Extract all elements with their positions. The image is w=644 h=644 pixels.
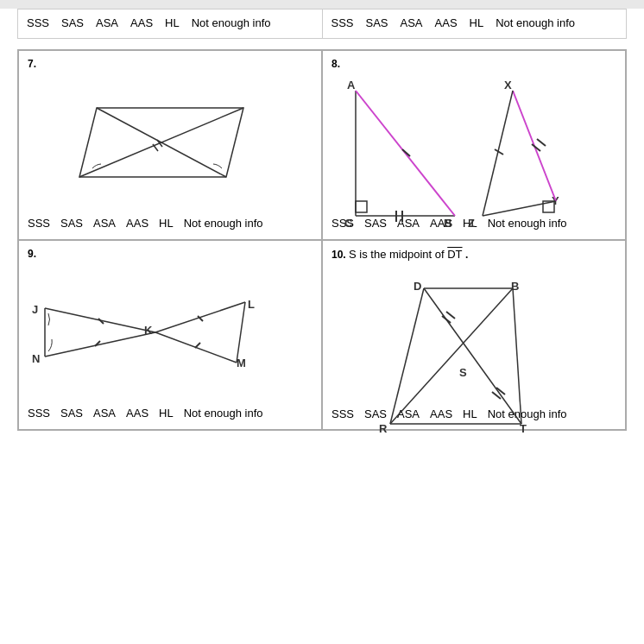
svg-line-23 (537, 139, 546, 146)
option-aas-tl[interactable]: AAS (130, 16, 153, 29)
svg-text:D: D (414, 280, 421, 293)
svg-line-33 (237, 302, 245, 363)
svg-line-20 (483, 91, 513, 216)
svg-line-10 (356, 91, 455, 216)
svg-line-39 (195, 343, 200, 348)
c7-sss[interactable]: SSS (28, 217, 50, 230)
svg-line-19 (483, 201, 556, 216)
cell-9-number: 9. (28, 248, 313, 260)
option-aas-tr[interactable]: AAS (435, 16, 458, 29)
c7-sas[interactable]: SAS (60, 217, 83, 230)
svg-text:B: B (511, 280, 519, 293)
svg-text:J: J (32, 303, 38, 316)
svg-line-34 (155, 302, 245, 332)
svg-line-52 (446, 312, 455, 319)
option-sss-tl[interactable]: SSS (27, 16, 49, 29)
svg-text:N: N (32, 352, 40, 365)
svg-line-49 (424, 288, 521, 424)
option-sas-tl[interactable]: SAS (61, 16, 84, 29)
cell-10-segment: DT (447, 248, 462, 261)
svg-line-51 (442, 316, 451, 323)
svg-line-2 (97, 108, 226, 177)
cell-7: 7. SSS SAS ASA (18, 50, 322, 240)
cell-10-description: S is the midpoint of (349, 248, 447, 261)
cell-9: 9. J N L M K (18, 240, 322, 430)
c9-aas[interactable]: AAS (126, 407, 148, 420)
option-hl-tr[interactable]: HL (470, 16, 484, 29)
option-nei-tr[interactable]: Not enough info (496, 16, 575, 29)
c9-sss[interactable]: SSS (28, 407, 50, 420)
option-asa-tr[interactable]: ASA (401, 16, 423, 29)
svg-text:M: M (237, 357, 246, 369)
c9-sas[interactable]: SAS (60, 407, 83, 420)
top-cell-right: SSS SAS ASA AAS HL Not enough info (323, 9, 627, 38)
cell-7-options: SSS SAS ASA AAS HL Not enough info (28, 217, 313, 230)
option-sss-tr[interactable]: SSS (331, 16, 354, 29)
svg-text:C: C (344, 217, 353, 230)
cell-9-diagram: J N L M K (28, 263, 313, 401)
svg-text:L: L (248, 298, 255, 311)
c7-nei[interactable]: Not enough info (184, 217, 263, 230)
svg-text:X: X (504, 79, 512, 92)
option-nei-tl[interactable]: Not enough info (192, 16, 271, 29)
c9-nei[interactable]: Not enough info (184, 407, 263, 420)
c9-asa[interactable]: ASA (93, 407, 116, 420)
option-sas-tr[interactable]: SAS (366, 16, 388, 29)
cell-7-number: 7. (28, 58, 313, 70)
c7-aas[interactable]: AAS (126, 217, 148, 230)
svg-line-32 (45, 332, 155, 357)
c7-asa[interactable]: ASA (93, 217, 116, 230)
svg-line-48 (390, 288, 424, 424)
option-hl-tl[interactable]: HL (165, 16, 180, 29)
svg-rect-11 (356, 201, 367, 212)
cell-7-diagram (28, 73, 313, 212)
svg-line-50 (390, 288, 513, 424)
option-asa-tl[interactable]: ASA (96, 16, 118, 29)
cell-8-number: 8. (331, 58, 616, 70)
cell-10: 10. S is the midpoint of DT . D B T R S (322, 240, 626, 430)
cell-10-diagram: D B T R S (331, 264, 616, 402)
svg-line-46 (513, 288, 521, 424)
svg-text:A: A (347, 79, 356, 92)
svg-text:S: S (459, 366, 467, 379)
svg-text:R: R (379, 422, 388, 435)
cell-10-number: 10. S is the midpoint of DT . (331, 248, 616, 261)
cell-9-options: SSS SAS ASA AAS HL Not enough info (28, 407, 313, 420)
cell-8: 8. A C B (322, 50, 626, 240)
c9-hl[interactable]: HL (159, 407, 174, 420)
top-cell-left: SSS SAS ASA AAS HL Not enough info (18, 9, 323, 38)
svg-text:B: B (444, 217, 451, 230)
c7-hl[interactable]: HL (159, 217, 174, 230)
svg-text:Z: Z (468, 217, 475, 230)
cell-8-diagram: A C B X (331, 73, 616, 212)
